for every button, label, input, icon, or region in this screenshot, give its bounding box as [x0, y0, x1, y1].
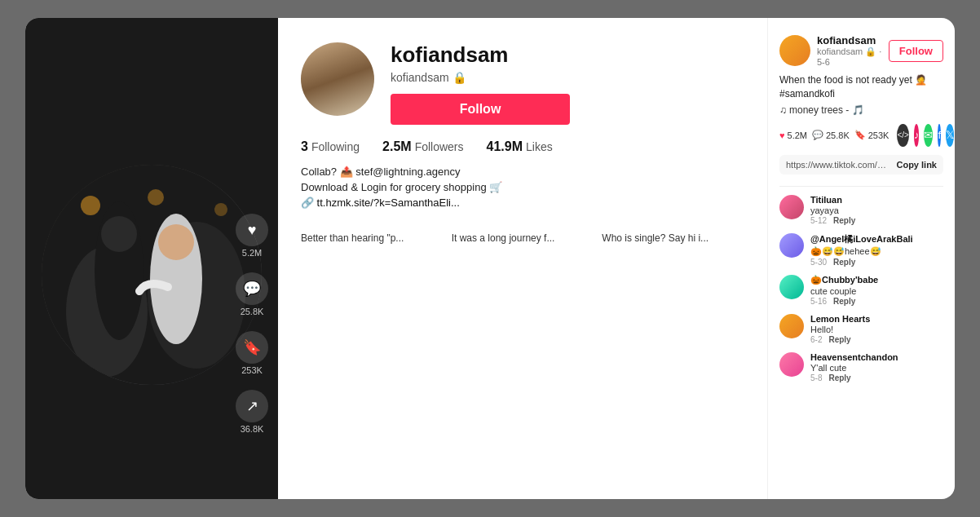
reply-btn-3[interactable]: Reply — [833, 297, 855, 306]
comment-item-3: 🎃Chubby'babe cute couple 5-16 Reply — [779, 275, 943, 306]
commenter-name-5: Heavensentchandon — [810, 352, 898, 362]
commenter-name-1: Titiluan — [810, 195, 855, 205]
comment-meta-1: 5-12 Reply — [810, 216, 855, 225]
comment-count: 25.8K — [241, 307, 264, 316]
likes-label: Likes — [526, 140, 553, 153]
comment-body-4: Lemon Hearts Hello! 6-2 Reply — [810, 314, 870, 344]
heart-count: ♥ 5.2M — [779, 130, 807, 140]
side-actions: ♥ 5.2M 💬 25.8K 🔖 253K ↗ 36.8K — [236, 214, 268, 434]
comment-item: Titiluan yayaya 5-12 Reply — [779, 195, 943, 225]
reply-btn-1[interactable]: Reply — [833, 216, 855, 225]
commenter-name-4: Lemon Hearts — [810, 314, 870, 324]
share-url: https://www.tiktok.com/@kofiandsam/video… — [786, 160, 891, 170]
svg-point-5 — [214, 203, 227, 216]
commenter-avatar-3 — [779, 275, 804, 299]
copy-link-button[interactable]: Copy link — [896, 160, 937, 170]
username-display: kofiandsam — [391, 42, 570, 68]
like-count: 5.2M — [242, 248, 262, 258]
middle-panel: kofiandsam kofiandsam 🔒 Follow 3 Followi… — [278, 18, 767, 499]
video-wrap-1: me going to lay on my girlfriend's stoma… — [301, 228, 444, 244]
bio-section: Collab? 📤 stef@lightning.agency Download… — [301, 166, 744, 209]
comment-meta-4: 6-2 Reply — [810, 335, 870, 344]
comment-meta-5: 5-8 Reply — [810, 373, 898, 382]
video-wrap-3: ONLY YOU ▶ 264.2K Who is single? Say hi … — [602, 228, 744, 244]
comment-text-5: Y'all cute — [810, 363, 898, 373]
profile-info: kofiandsam kofiandsam 🔒 Follow — [391, 42, 570, 125]
followers-label: Followers — [415, 140, 464, 153]
mini-avatar — [779, 35, 810, 66]
bio-line-2: Download & Login for grocery shopping 🛒 — [301, 181, 744, 193]
comment-meta-2: 5-30 Reply — [810, 258, 913, 267]
heart-icon: ♥ — [236, 214, 268, 246]
svg-point-3 — [81, 196, 100, 215]
bio-link[interactable]: 🔗 tt.hzmk.site/?k=SamanthaEli... — [301, 197, 744, 209]
svg-point-7 — [101, 216, 137, 252]
comment-text-3: cute couple — [810, 286, 878, 296]
right-panel: kofiandsam kofiandsam 🔒 · 5-6 Follow Whe… — [767, 18, 955, 499]
avatar — [301, 42, 374, 116]
right-bio: When the food is not ready yet 🤦 #samand… — [779, 73, 943, 101]
likes-stat: 41.9M Likes — [487, 139, 553, 154]
comment-item-5: Heavensentchandon Y'all cute 5-8 Reply — [779, 352, 943, 382]
profile-header: kofiandsam kofiandsam 🔒 Follow — [301, 42, 744, 125]
whatsapp-icon[interactable]: ✉ — [924, 124, 933, 147]
followers-stat: 2.5M Followers — [382, 139, 463, 154]
comment-text-4: Hello! — [810, 325, 870, 334]
commenter-avatar-4 — [779, 314, 804, 338]
reply-btn-4[interactable]: Reply — [828, 335, 850, 344]
divider — [779, 186, 943, 187]
tiktok-share-icon[interactable]: ♪ — [914, 124, 920, 147]
bookmark-icon-sm: 🔖 — [854, 130, 866, 140]
comment-meta-3: 5-16 Reply — [810, 297, 878, 306]
comment-body-5: Heavensentchandon Y'all cute 5-8 Reply — [810, 352, 898, 382]
link-copy-row: https://www.tiktok.com/@kofiandsam/video… — [779, 155, 943, 175]
handle-display: kofiandsam 🔒 — [391, 71, 570, 84]
commenter-avatar-5 — [779, 352, 804, 377]
svg-point-4 — [148, 189, 164, 205]
right-music: ♫ money trees - 🎵 — [779, 104, 943, 116]
reply-btn-5[interactable]: Reply — [828, 373, 850, 382]
bio-line-1: Collab? 📤 stef@lightning.agency — [301, 166, 744, 178]
bookmark-icon: 🔖 — [236, 331, 268, 364]
save-count: 253K — [241, 365, 263, 375]
commenter-name-3: 🎃Chubby'babe — [810, 275, 878, 285]
music-title: money trees - 🎵 — [789, 104, 864, 116]
like-action[interactable]: ♥ 5.2M — [236, 214, 268, 258]
comment-body-3: 🎃Chubby'babe cute couple 5-16 Reply — [810, 275, 878, 306]
right-profile-header: kofiandsam kofiandsam 🔒 · 5-6 Follow — [779, 34, 943, 67]
commenter-avatar-1 — [779, 195, 804, 219]
comment-text-1: yayaya — [810, 205, 855, 215]
video-grid: me going to lay on my girlfriend's stoma… — [301, 228, 744, 244]
main-video[interactable] — [42, 165, 262, 385]
share-action[interactable]: ↗ 36.8K — [236, 390, 268, 434]
stats-row: 3 Following 2.5M Followers 41.9M Likes — [301, 139, 744, 154]
commenter-avatar-2 — [779, 233, 804, 258]
comment-count-right: 💬 25.8K — [812, 130, 850, 140]
followers-count: 2.5M — [382, 139, 412, 154]
save-action[interactable]: 🔖 253K — [236, 331, 268, 375]
likes-count: 41.9M — [487, 139, 523, 154]
svg-point-9 — [158, 224, 194, 260]
following-stat: 3 Following — [301, 139, 360, 154]
share-icon: ↗ — [236, 390, 268, 422]
commenter-name-2: @Angel橘iLoveArakBali — [810, 233, 913, 245]
comment-body-2: @Angel橘iLoveArakBali 🎃😅😅hehee😅 5-30 Repl… — [810, 233, 913, 267]
video-wrap-2: ▶ 56.6K It was a long journey f... — [452, 228, 594, 244]
heart-icon-sm: ♥ — [779, 130, 785, 140]
mini-username: kofiandsam — [817, 34, 882, 46]
code-icon[interactable]: </> — [897, 124, 908, 147]
twitter-icon[interactable]: 𝕏 — [946, 124, 954, 147]
comment-item-4: Lemon Hearts Hello! 6-2 Reply — [779, 314, 943, 344]
reply-btn-2[interactable]: Reply — [833, 258, 855, 267]
follow-button-right[interactable]: Follow — [889, 40, 943, 62]
comment-action[interactable]: 💬 25.8K — [236, 272, 268, 316]
facebook-icon[interactable]: f — [938, 124, 941, 147]
comment-text-2: 🎃😅😅hehee😅 — [810, 246, 913, 257]
left-video-panel: ♥ 5.2M 💬 25.8K 🔖 253K ↗ 36.8K — [25, 18, 278, 499]
follow-button-main[interactable]: Follow — [391, 94, 570, 125]
profile-card: ♥ 5.2M 💬 25.8K 🔖 253K ↗ 36.8K kofia — [25, 18, 955, 499]
following-count: 3 — [301, 139, 308, 154]
comments-section: Titiluan yayaya 5-12 Reply @Angel橘iLoveA… — [779, 195, 943, 391]
video-1-caption: Better than hearing "p... — [301, 232, 444, 244]
comment-item-2: @Angel橘iLoveArakBali 🎃😅😅hehee😅 5-30 Repl… — [779, 233, 943, 267]
